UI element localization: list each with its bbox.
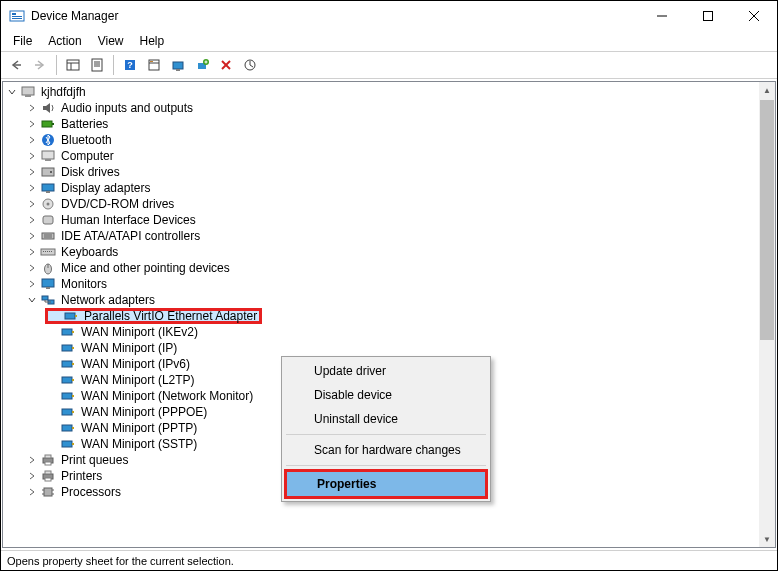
menu-view[interactable]: View: [90, 32, 132, 50]
tree-category[interactable]: Network adapters: [3, 292, 775, 308]
tree-category[interactable]: Human Interface Devices: [3, 212, 775, 228]
scrollbar-thumb[interactable]: [760, 100, 774, 340]
tree-spacer: [45, 357, 59, 371]
chevron-right-icon[interactable]: [25, 229, 39, 243]
tree-label: Display adapters: [59, 181, 152, 195]
tree-category[interactable]: Audio inputs and outputs: [3, 100, 775, 116]
tree-category[interactable]: IDE ATA/ATAPI controllers: [3, 228, 775, 244]
svg-rect-31: [22, 87, 34, 95]
chevron-right-icon[interactable]: [25, 181, 39, 195]
network-card-icon: [60, 420, 76, 436]
tree-category[interactable]: Bluetooth: [3, 132, 775, 148]
titlebar: Device Manager: [1, 1, 777, 31]
chevron-right-icon[interactable]: [25, 165, 39, 179]
context-menu-item[interactable]: Update driver: [284, 359, 488, 383]
chevron-right-icon[interactable]: [25, 277, 39, 291]
chevron-down-icon[interactable]: [5, 85, 19, 99]
chevron-down-icon[interactable]: [25, 293, 39, 307]
vertical-scrollbar[interactable]: ▲ ▼: [759, 82, 775, 547]
menu-help[interactable]: Help: [132, 32, 173, 50]
maximize-button[interactable]: [685, 1, 731, 31]
tree-category[interactable]: Keyboards: [3, 244, 775, 260]
tree-category[interactable]: Disk drives: [3, 164, 775, 180]
context-menu: Update driverDisable deviceUninstall dev…: [281, 356, 491, 502]
chevron-right-icon[interactable]: [25, 469, 39, 483]
properties-button[interactable]: [86, 54, 108, 76]
action-button[interactable]: [143, 54, 165, 76]
tree-category[interactable]: Batteries: [3, 116, 775, 132]
scroll-up-button[interactable]: ▲: [759, 82, 775, 98]
tree-label: IDE ATA/ATAPI controllers: [59, 229, 202, 243]
scan-hardware-button[interactable]: [167, 54, 189, 76]
chevron-right-icon[interactable]: [25, 149, 39, 163]
tree-label: WAN Miniport (Network Monitor): [79, 389, 255, 403]
forward-button[interactable]: [29, 54, 51, 76]
chevron-right-icon[interactable]: [25, 245, 39, 259]
svg-rect-53: [51, 251, 52, 252]
tree-root[interactable]: kjhdfdjfh: [3, 84, 775, 100]
monitor-icon: [40, 276, 56, 292]
help-button[interactable]: ?: [119, 54, 141, 76]
chevron-right-icon[interactable]: [25, 117, 39, 131]
chevron-right-icon[interactable]: [25, 485, 39, 499]
svg-rect-67: [72, 347, 74, 349]
tree-label: WAN Miniport (SSTP): [79, 437, 199, 451]
svg-rect-82: [45, 462, 51, 465]
tree-category[interactable]: Monitors: [3, 276, 775, 292]
printer-icon: [40, 468, 56, 484]
tree-device[interactable]: WAN Miniport (IP): [3, 340, 775, 356]
chevron-right-icon[interactable]: [25, 213, 39, 227]
chevron-right-icon[interactable]: [25, 261, 39, 275]
tree-category[interactable]: Mice and other pointing devices: [3, 260, 775, 276]
svg-rect-10: [67, 60, 79, 70]
tree-category[interactable]: Computer: [3, 148, 775, 164]
context-menu-item[interactable]: Disable device: [284, 383, 488, 407]
network-card-icon: [60, 436, 76, 452]
add-hardware-button[interactable]: [191, 54, 213, 76]
svg-point-39: [50, 171, 52, 173]
context-menu-item[interactable]: Uninstall device: [284, 407, 488, 431]
uninstall-button[interactable]: [215, 54, 237, 76]
svg-rect-70: [62, 377, 72, 383]
app-icon: [9, 8, 25, 24]
chevron-right-icon[interactable]: [25, 101, 39, 115]
svg-rect-34: [52, 123, 54, 125]
tree-category[interactable]: DVD/CD-ROM drives: [3, 196, 775, 212]
statusbar: Opens property sheet for the current sel…: [1, 550, 777, 570]
tree-device[interactable]: WAN Miniport (IKEv2): [3, 324, 775, 340]
tree-spacer: [45, 325, 59, 339]
svg-rect-52: [49, 251, 50, 252]
menu-file[interactable]: File: [5, 32, 40, 50]
tree-label: Print queues: [59, 453, 130, 467]
svg-point-43: [47, 203, 50, 206]
bluetooth-icon: [40, 132, 56, 148]
network-card-icon: [60, 372, 76, 388]
tree-label: DVD/CD-ROM drives: [59, 197, 176, 211]
disk-icon: [40, 164, 56, 180]
tree-category[interactable]: Display adapters: [3, 180, 775, 196]
update-driver-button[interactable]: [239, 54, 261, 76]
close-button[interactable]: [731, 1, 777, 31]
hid-icon: [40, 212, 56, 228]
scroll-down-button[interactable]: ▼: [759, 531, 775, 547]
tree-label: WAN Miniport (IPv6): [79, 357, 192, 371]
back-button[interactable]: [5, 54, 27, 76]
show-hide-tree-button[interactable]: [62, 54, 84, 76]
svg-rect-38: [42, 168, 54, 176]
chevron-right-icon[interactable]: [25, 197, 39, 211]
context-menu-item[interactable]: Properties: [284, 469, 488, 499]
svg-rect-79: [72, 443, 74, 445]
tree-label: Mice and other pointing devices: [59, 261, 232, 275]
svg-rect-74: [62, 409, 72, 415]
svg-rect-81: [45, 455, 51, 458]
menu-action[interactable]: Action: [40, 32, 89, 50]
ide-icon: [40, 228, 56, 244]
chevron-right-icon[interactable]: [25, 133, 39, 147]
tree-device[interactable]: Parallels VirtIO Ethernet Adapter: [45, 308, 262, 324]
cpu-icon: [40, 484, 56, 500]
context-menu-item[interactable]: Scan for hardware changes: [284, 438, 488, 462]
chevron-right-icon[interactable]: [25, 453, 39, 467]
minimize-button[interactable]: [639, 1, 685, 31]
tree-label: WAN Miniport (IKEv2): [79, 325, 200, 339]
network-card-icon: [60, 388, 76, 404]
